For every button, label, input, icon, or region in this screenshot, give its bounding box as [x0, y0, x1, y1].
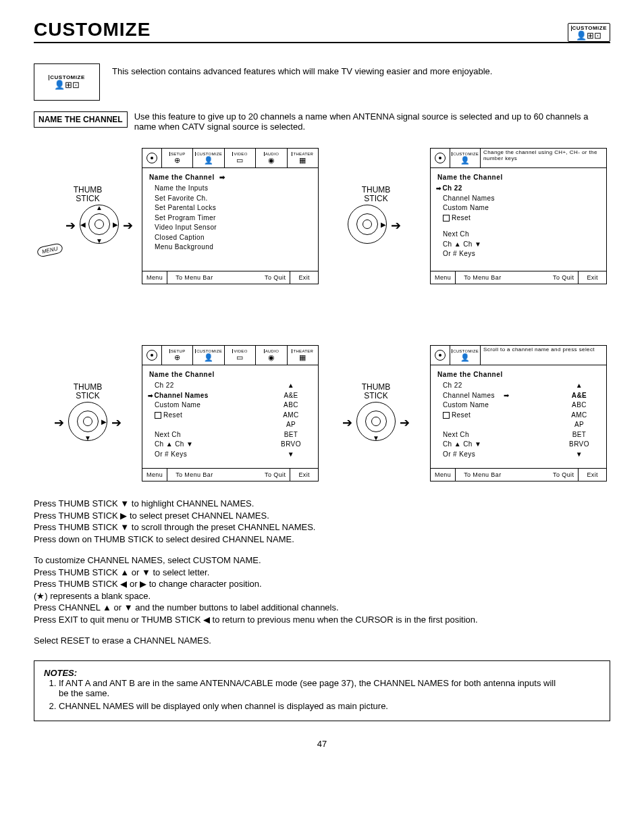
thumb-stick-icon[interactable]: ▼▶ [68, 402, 107, 441]
list-item: Next Ch [443, 230, 599, 240]
footer-menu: Menu [142, 471, 167, 478]
tab-customize[interactable]: CUSTOMIZE👤 [450, 149, 481, 167]
tab-customize[interactable]: CUSTOMIZE👤 [193, 346, 224, 365]
list-item[interactable]: Ch 22 [155, 381, 271, 391]
tab-setup[interactable]: SETUP⊕ [162, 346, 193, 365]
customize-card-glyph: 👤⊞⊡ [54, 80, 80, 89]
thumb-stick-icon[interactable]: ▲▼ ▶◀ [80, 205, 119, 244]
list-item[interactable]: Set Favorite Ch. [155, 194, 311, 204]
list-item[interactable]: AP [271, 420, 311, 430]
instruction-line: Press CHANNEL ▲ or ▼ and the number butt… [34, 602, 610, 614]
list-item[interactable]: AP [559, 420, 599, 430]
footer-exit: Exit [290, 271, 318, 284]
joy-icon [146, 153, 157, 163]
list-item[interactable]: BET [559, 430, 599, 440]
list-item[interactable]: Ch 22 [443, 184, 599, 194]
tab-audio[interactable]: AUDIO◉ [256, 346, 287, 365]
instruction-line: Press THUMB STICK ▲ or ▼ to select lette… [34, 567, 610, 579]
section-label: NAME THE CHANNEL [34, 111, 128, 128]
page-title: CUSTOMIZE [34, 19, 151, 41]
instruction-line: Select RESET to erase a CHANNEL NAMES. [34, 635, 610, 647]
footer-tomenu: To Menu Bar [171, 471, 217, 478]
list-item[interactable]: Closed Caption [155, 233, 311, 243]
footer-menu: Menu [431, 471, 455, 478]
list-item[interactable]: BET [271, 430, 311, 440]
flow-arrow-icon: ➔ [400, 415, 410, 430]
page-number: 47 [34, 739, 610, 749]
list-item: Or # Keys [443, 249, 599, 259]
thumb-stick-label: THUMBSTICK [74, 186, 103, 203]
thumb-stick-icon[interactable]: ▼ [356, 402, 396, 441]
tab-audio[interactable]: AUDIO◉ [256, 149, 287, 167]
list-item[interactable]: Ch 22 [443, 381, 559, 391]
footer-menu: Menu [142, 274, 167, 281]
notes-box: NOTES: If ANT A and ANT B are in the sam… [34, 660, 610, 721]
tab-video[interactable]: VIDEO▭ [225, 149, 256, 167]
list-item[interactable]: A&E [271, 391, 311, 401]
list-item[interactable]: ▼ [559, 450, 599, 460]
list-item[interactable]: Reset [443, 213, 599, 224]
tab-theater[interactable]: THEATER▦ [288, 346, 318, 365]
thumb-stick-label: THUMBSTICK [362, 383, 391, 400]
footer-toquit: To Quit [549, 471, 578, 478]
checkbox-icon[interactable] [155, 412, 161, 419]
list-item[interactable]: Channel Names [443, 194, 599, 204]
joy-icon [435, 153, 446, 163]
list-item[interactable]: Channel Names ➡ [443, 391, 559, 401]
list-item[interactable]: ABC [559, 400, 599, 411]
list-item[interactable]: Channel Names [155, 391, 271, 401]
instruction-line: Press down on THUMB STICK to select desi… [34, 533, 610, 546]
osd-panel-4: CUSTOMIZE👤 Scroll to a channel name and … [430, 345, 607, 481]
tab-setup[interactable]: SETUP⊕ [162, 149, 193, 167]
list-item[interactable]: ▲ [271, 381, 311, 391]
note-item: CHANNEL NAMES will be displayed only whe… [59, 701, 568, 711]
list-item[interactable]: ABC [271, 400, 311, 411]
footer-toquit: To Quit [261, 274, 290, 281]
list-item[interactable]: AMC [271, 411, 311, 421]
checkbox-icon[interactable] [443, 215, 450, 221]
list-item[interactable]: BRVO [271, 440, 311, 450]
tab-theater[interactable]: THEATER▦ [288, 149, 318, 167]
joy-icon [146, 350, 157, 361]
list-item[interactable]: Custom Name [443, 203, 599, 213]
osd-heading: Name the Channel [149, 371, 311, 378]
list-item[interactable]: A&E [559, 391, 599, 401]
tab-video[interactable]: VIDEO▭ [225, 346, 256, 365]
flow-arrow-icon: ➔ [342, 415, 352, 430]
customize-icon-glyph: 👤⊞⊡ [576, 31, 601, 40]
list-item[interactable]: Menu Background [155, 242, 311, 253]
thumb-stick-icon[interactable]: ▶ [348, 205, 387, 244]
thumb-stick-label: THUMBSTICK [362, 186, 391, 203]
list-item[interactable]: Set Parental Locks [155, 203, 311, 213]
flow-arrow-icon: ➔ [123, 218, 133, 233]
tab-customize[interactable]: CUSTOMIZE👤 [193, 149, 224, 167]
instruction-line: Press THUMB STICK ◀ or ▶ to change chara… [34, 578, 610, 590]
section-text: Use this feature to give up to 20 channe… [134, 111, 610, 132]
list-item[interactable]: Video Input Sensor [155, 223, 311, 233]
note-item: If ANT A and ANT B are in the same ANTEN… [59, 678, 568, 698]
osd-footer: Menu To Menu Bar To Quit Exit [142, 271, 318, 284]
footer-toquit: To Quit [549, 274, 578, 281]
tab-customize[interactable]: CUSTOMIZE👤 [450, 346, 481, 365]
instructions-block-1: Press THUMB STICK ▼ to highlight CHANNEL… [34, 498, 610, 545]
list-item: Next Ch [155, 430, 271, 440]
list-item[interactable]: Name the Inputs [155, 184, 311, 194]
list-item[interactable]: Custom Name [155, 400, 271, 411]
osd-heading: Name the Channel [437, 371, 599, 378]
osd-heading: Name the Channel [437, 174, 599, 181]
list-item[interactable]: Reset [155, 411, 271, 421]
list-item[interactable]: Set Program Timer [155, 213, 311, 224]
step-1: THUMBSTICK MENU ➔ ▲▼ ▶◀ ➔ SETUP⊕ CUSTOMI… [34, 148, 322, 284]
list-item[interactable]: ▲ [559, 381, 599, 391]
list-item[interactable]: BRVO [559, 440, 599, 450]
list-item: Next Ch [443, 430, 559, 440]
list-item[interactable]: Reset [443, 411, 559, 421]
checkbox-icon[interactable] [443, 412, 450, 419]
list-item[interactable]: ▼ [271, 450, 311, 460]
footer-exit: Exit [294, 471, 314, 478]
menu-button[interactable]: MENU [36, 242, 63, 257]
flow-arrow-icon: ➔ [111, 415, 122, 430]
list-item[interactable]: AMC [559, 411, 599, 421]
osd-heading: Name the Channel [149, 174, 215, 181]
list-item[interactable]: Custom Name [443, 400, 559, 411]
